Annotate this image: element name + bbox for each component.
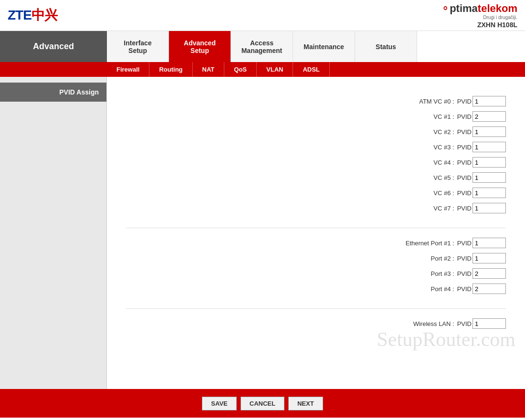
zte-logo: ZTE中兴: [8, 6, 57, 24]
tab-access-management[interactable]: AccessManagement: [231, 31, 293, 62]
vc-3-label: VC #3 :: [359, 144, 454, 151]
vc-1-pvid-label: PVID: [457, 113, 472, 120]
eth-3-label: Port #3 :: [359, 270, 454, 277]
vc-1-row: VC #1 : PVID: [126, 111, 506, 122]
eth-2-label: Port #2 :: [359, 255, 454, 262]
atm-vc-0-input[interactable]: [472, 96, 506, 106]
nav-advanced-label: Advanced: [0, 31, 107, 62]
sub-nav: Firewall Routing NAT QoS VLAN ADSL: [0, 62, 525, 77]
vc-1-label: VC #1 :: [359, 113, 454, 120]
eth-1-pvid-label: PVID: [457, 240, 472, 247]
eth-3-input[interactable]: [472, 268, 506, 279]
vc-2-input[interactable]: [472, 126, 506, 137]
sub-tab-vlan[interactable]: VLAN: [257, 62, 293, 77]
eth-4-pvid-label: PVID: [457, 285, 472, 293]
sub-tab-nat[interactable]: NAT: [193, 62, 225, 77]
main-layout: PVID Assign ATM VC #0 : PVID VC #1 : PVI…: [0, 77, 525, 389]
eth-2-input[interactable]: [472, 253, 506, 263]
eth-3-pvid-label: PVID: [457, 270, 472, 277]
vc-7-input[interactable]: [472, 203, 506, 213]
sub-tab-adsl[interactable]: ADSL: [293, 62, 329, 77]
vc-2-pvid-label: PVID: [457, 128, 472, 136]
vc-6-label: VC #6 :: [359, 189, 454, 197]
eth-2-pvid-label: PVID: [457, 255, 472, 262]
vc-5-input[interactable]: [472, 172, 506, 183]
sub-tab-firewall[interactable]: Firewall: [107, 62, 149, 77]
vc-4-row: VC #4 : PVID: [126, 157, 506, 168]
wireless-lan-label: Wireless LAN :: [359, 320, 454, 327]
vc-2-label: VC #2 :: [359, 128, 454, 136]
vc-6-row: VC #6 : PVID: [126, 188, 506, 198]
eth-1-row: Ethernet Port #1 : PVID: [126, 238, 506, 248]
vc-2-row: VC #2 : PVID: [126, 126, 506, 137]
optima-logo: ⚬ptimatelekom: [441, 2, 517, 15]
eth-2-row: Port #2 : PVID: [126, 253, 506, 263]
cancel-button[interactable]: CANCEL: [241, 397, 284, 410]
nav-tabs: InterfaceSetup AdvancedSetup AccessManag…: [107, 31, 525, 62]
sub-tab-qos[interactable]: QoS: [224, 62, 257, 77]
wireless-pvid-input[interactable]: [472, 318, 506, 329]
sidebar: PVID Assign: [0, 77, 107, 389]
sub-nav-spacer: [330, 62, 525, 77]
atm-vc-0-label: ATM VC #0 :: [359, 98, 454, 105]
vc-4-label: VC #4 :: [359, 159, 454, 166]
optima-o-icon: ⚬: [441, 2, 450, 14]
eth-3-row: Port #3 : PVID: [126, 268, 506, 279]
sub-tab-routing[interactable]: Routing: [149, 62, 192, 77]
model-name: ZXHN H108L: [441, 21, 517, 29]
tab-interface-setup[interactable]: InterfaceSetup: [107, 31, 169, 62]
vc-7-row: VC #7 : PVID: [126, 203, 506, 213]
wireless-section: Wireless LAN : PVID: [126, 308, 506, 343]
atm-vc-0-row: ATM VC #0 : PVID: [126, 96, 506, 106]
footer: SAVE CANCEL NEXT: [0, 389, 525, 418]
tab-advanced-setup[interactable]: AdvancedSetup: [169, 31, 231, 62]
brand-subtitle: Drugi i drugačiji.: [441, 15, 517, 20]
telekom-text: telekom: [478, 2, 517, 14]
top-nav: Advanced InterfaceSetup AdvancedSetup Ac…: [0, 31, 525, 62]
vc-5-label: VC #5 :: [359, 174, 454, 181]
atm-vc-0-pvid-label: PVID: [457, 98, 472, 105]
eth-4-input[interactable]: [472, 284, 506, 294]
header: ZTE中兴 ⚬ptimatelekom Drugi i drugačiji. Z…: [0, 0, 525, 31]
sidebar-pvid-assign: PVID Assign: [0, 83, 106, 102]
vc-4-input[interactable]: [472, 157, 506, 168]
vc-7-label: VC #7 :: [359, 205, 454, 212]
save-button[interactable]: SAVE: [202, 397, 236, 410]
optima-text: ptima: [450, 2, 478, 14]
header-right: ⚬ptimatelekom Drugi i drugačiji. ZXHN H1…: [441, 2, 517, 29]
eth-4-label: Port #4 :: [359, 285, 454, 293]
vc-3-pvid-label: PVID: [457, 144, 472, 151]
content-area: ATM VC #0 : PVID VC #1 : PVID VC #2 : PV…: [107, 77, 525, 389]
vc-4-pvid-label: PVID: [457, 159, 472, 166]
vc-3-row: VC #3 : PVID: [126, 142, 506, 152]
vc-1-input[interactable]: [472, 111, 506, 122]
vc-5-row: VC #5 : PVID: [126, 172, 506, 183]
ethernet-section: Ethernet Port #1 : PVID Port #2 : PVID P…: [126, 228, 506, 308]
vc-3-input[interactable]: [472, 142, 506, 152]
wireless-lan-row: Wireless LAN : PVID: [126, 318, 506, 329]
next-button[interactable]: NEXT: [288, 397, 323, 410]
atm-vc-section: ATM VC #0 : PVID VC #1 : PVID VC #2 : PV…: [126, 86, 506, 228]
eth-1-label: Ethernet Port #1 :: [359, 240, 454, 247]
tab-maintenance[interactable]: Maintenance: [293, 31, 355, 62]
vc-6-pvid-label: PVID: [457, 189, 472, 197]
wireless-pvid-label: PVID: [457, 320, 472, 327]
eth-4-row: Port #4 : PVID: [126, 284, 506, 294]
tab-status[interactable]: Status: [355, 31, 417, 62]
vc-5-pvid-label: PVID: [457, 174, 472, 181]
vc-7-pvid-label: PVID: [457, 205, 472, 212]
vc-6-input[interactable]: [472, 188, 506, 198]
eth-1-input[interactable]: [472, 238, 506, 248]
